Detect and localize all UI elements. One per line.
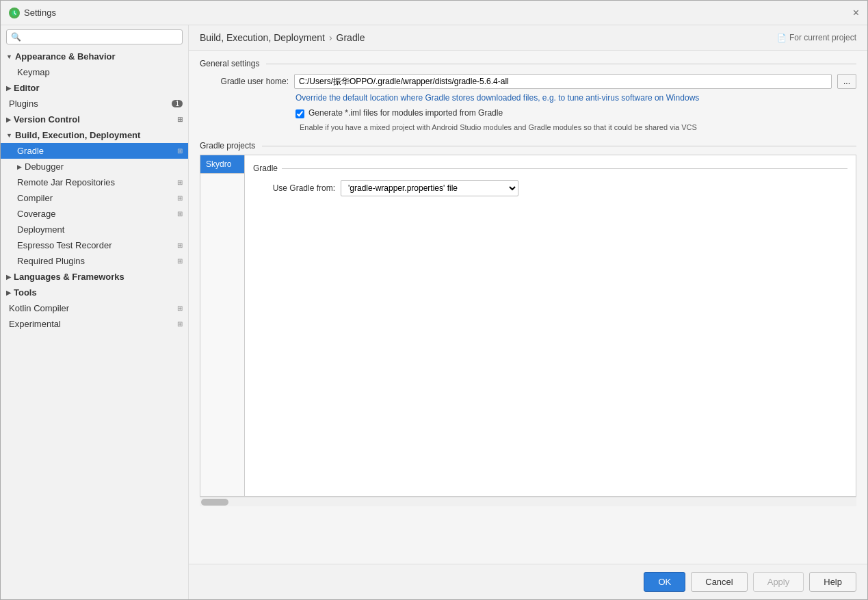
chevron-right-icon: ▶ <box>6 116 11 123</box>
search-box[interactable]: 🔍 <box>6 29 183 44</box>
dialog-title: Settings <box>24 8 56 18</box>
sidebar-item-label: Deployment <box>17 224 64 235</box>
breadcrumb-separator: › <box>329 32 332 43</box>
breadcrumb: Build, Execution, Deployment › Gradle 📄 … <box>189 25 867 51</box>
chevron-down-icon: ▼ <box>6 53 12 60</box>
sidebar-item-label: Gradle <box>17 146 44 156</box>
sidebar-item-label: Coverage <box>17 209 55 219</box>
help-button[interactable]: Help <box>809 572 856 592</box>
gradle-subsection-label: Gradle <box>253 164 847 173</box>
generate-iml-desc: Enable if you have a mixed project with … <box>300 122 856 133</box>
sidebar-item-label: Tools <box>14 287 37 298</box>
sidebar-item-label: Editor <box>14 83 40 93</box>
sidebar-item-label: Debugger <box>25 161 64 172</box>
browse-button[interactable]: ... <box>837 74 856 89</box>
chevron-right-icon: ▶ <box>6 85 11 92</box>
sidebar-item-label: Keymap <box>17 67 50 77</box>
sidebar-item-appearance[interactable]: ▼ Appearance & Behavior <box>1 49 188 64</box>
panel-content: General settings Gradle user home: ... O… <box>189 51 867 564</box>
settings-ext-icon: ⊞ <box>177 257 183 265</box>
general-settings-section: General settings <box>200 59 856 68</box>
right-panel: Build, Execution, Deployment › Gradle 📄 … <box>189 25 867 599</box>
sidebar-item-debugger[interactable]: ▶ Debugger <box>1 159 188 174</box>
breadcrumb-parent: Build, Execution, Deployment <box>200 32 325 43</box>
gradle-user-home-row: Gradle user home: ... <box>200 74 856 89</box>
settings-dialog: Settings × 🔍 ▼ Appearance & Behavior Key… <box>0 0 868 600</box>
sidebar-item-plugins[interactable]: Plugins 1 <box>1 96 188 112</box>
projects-area: Skydro Gradle Use Gradle from: 'gradle-w… <box>200 155 856 497</box>
app-icon <box>9 8 20 18</box>
sidebar-item-languages[interactable]: ▶ Languages & Frameworks <box>1 269 188 285</box>
cancel-button[interactable]: Cancel <box>691 572 747 592</box>
title-bar: Settings × <box>1 1 867 25</box>
gradle-config-panel: Gradle Use Gradle from: 'gradle-wrapper.… <box>245 155 856 496</box>
gradle-from-select[interactable]: 'gradle-wrapper.properties' file Specifi… <box>341 180 518 196</box>
close-button[interactable]: × <box>853 8 859 18</box>
settings-ext-icon: ⊞ <box>177 147 183 155</box>
search-input[interactable] <box>24 32 178 42</box>
use-gradle-from-row: Use Gradle from: 'gradle-wrapper.propert… <box>253 180 847 196</box>
plugins-badge: 1 <box>172 100 183 107</box>
search-icon: 🔍 <box>11 32 21 42</box>
sidebar-item-label: Required Plugins <box>17 256 85 266</box>
settings-ext-icon: ⊞ <box>177 242 183 249</box>
project-item[interactable]: Skydro <box>200 155 244 174</box>
sidebar-item-label: Espresso Test Recorder <box>17 240 112 250</box>
sidebar-item-version-control[interactable]: ▶ Version Control ⊞ <box>1 112 188 127</box>
sidebar-item-experimental[interactable]: Experimental ⊞ <box>1 316 188 332</box>
sidebar-item-editor[interactable]: ▶ Editor <box>1 80 188 96</box>
settings-ext-icon: ⊞ <box>177 320 183 328</box>
gradle-projects-label: Gradle projects <box>200 141 856 151</box>
sidebar: 🔍 ▼ Appearance & Behavior Keymap ▶ Edito… <box>1 25 189 599</box>
sidebar-item-label: Compiler <box>17 193 53 203</box>
sidebar-item-compiler[interactable]: Compiler ⊞ <box>1 190 188 206</box>
settings-ext-icon: ⊞ <box>177 304 183 312</box>
generate-iml-checkbox[interactable] <box>295 109 304 118</box>
sidebar-item-label: Remote Jar Repositories <box>17 177 115 187</box>
sidebar-item-keymap[interactable]: Keymap <box>1 64 188 80</box>
settings-ext-icon: ⊞ <box>177 210 183 218</box>
sidebar-item-label: Appearance & Behavior <box>15 51 116 62</box>
sidebar-item-kotlin[interactable]: Kotlin Compiler ⊞ <box>1 300 188 316</box>
main-content: 🔍 ▼ Appearance & Behavior Keymap ▶ Edito… <box>1 25 867 599</box>
sidebar-item-required-plugins[interactable]: Required Plugins ⊞ <box>1 253 188 269</box>
sidebar-item-deployment[interactable]: Deployment <box>1 222 188 237</box>
settings-ext-icon: ⊞ <box>177 179 183 186</box>
breadcrumb-current: Gradle <box>337 32 365 43</box>
sidebar-item-label: Languages & Frameworks <box>14 272 124 282</box>
ok-button[interactable]: OK <box>644 572 685 592</box>
project-icon: 📄 <box>777 34 787 42</box>
chevron-right-icon: ▶ <box>17 164 22 170</box>
sidebar-item-tools[interactable]: ▶ Tools <box>1 285 188 300</box>
gradle-user-home-label: Gradle user home: <box>200 77 289 86</box>
horizontal-scrollbar[interactable] <box>200 497 856 506</box>
sidebar-item-label: Version Control <box>14 114 80 125</box>
apply-button[interactable]: Apply <box>753 572 804 592</box>
project-list: Skydro <box>200 155 245 496</box>
project-btn-label: For current project <box>789 33 856 42</box>
current-project-button[interactable]: 📄 For current project <box>777 33 856 42</box>
sidebar-item-coverage[interactable]: Coverage ⊞ <box>1 206 188 222</box>
title-bar-left: Settings <box>9 8 56 18</box>
sidebar-item-label: Experimental <box>9 319 61 329</box>
sidebar-item-label: Build, Execution, Deployment <box>15 130 140 140</box>
sidebar-item-label: Kotlin Compiler <box>9 303 69 313</box>
gradle-user-home-input[interactable] <box>294 74 832 89</box>
use-gradle-from-label: Use Gradle from: <box>253 183 335 193</box>
generate-iml-label: Generate *.iml files for modules importe… <box>308 108 503 118</box>
chevron-right-icon: ▶ <box>6 274 11 281</box>
footer: OK Cancel Apply Help <box>189 564 867 599</box>
chevron-down-icon: ▼ <box>6 132 12 139</box>
settings-ext-icon: ⊞ <box>177 116 183 123</box>
gradle-hint-text: Override the default location where Grad… <box>295 93 856 103</box>
sidebar-item-gradle[interactable]: Gradle ⊞ <box>1 143 188 159</box>
sidebar-item-build[interactable]: ▼ Build, Execution, Deployment <box>1 127 188 143</box>
chevron-right-icon: ▶ <box>6 289 11 296</box>
gradle-projects-section: Gradle projects Skydro Gradle <box>200 141 856 506</box>
sidebar-item-espresso[interactable]: Espresso Test Recorder ⊞ <box>1 237 188 253</box>
settings-ext-icon: ⊞ <box>177 194 183 202</box>
generate-iml-checkbox-row: Generate *.iml files for modules importe… <box>295 108 856 118</box>
sidebar-item-remote-jar[interactable]: Remote Jar Repositories ⊞ <box>1 174 188 190</box>
sidebar-item-label: Plugins <box>9 99 38 109</box>
scroll-thumb[interactable] <box>201 499 228 506</box>
